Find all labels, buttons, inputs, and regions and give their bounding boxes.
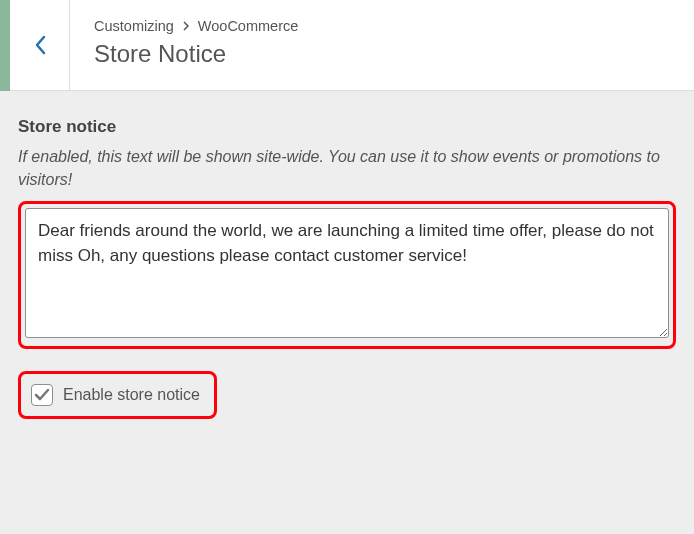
breadcrumb-root: Customizing (94, 18, 174, 34)
textarea-highlight (18, 201, 676, 349)
checkbox-highlight: Enable store notice (18, 371, 217, 419)
header-content: Customizing WooCommerce Store Notice (70, 0, 694, 91)
check-icon (34, 388, 50, 402)
section-description: If enabled, this text will be shown site… (18, 145, 676, 191)
checkbox-box (31, 384, 53, 406)
checkbox-label: Enable store notice (63, 386, 200, 404)
breadcrumb-parent: WooCommerce (198, 18, 298, 34)
panel-body: Store notice If enabled, this text will … (0, 91, 694, 439)
store-notice-textarea[interactable] (25, 208, 669, 338)
back-button[interactable] (10, 0, 70, 91)
chevron-left-icon (33, 34, 47, 56)
accent-stripe (0, 0, 10, 91)
breadcrumb: Customizing WooCommerce (94, 18, 670, 34)
section-label: Store notice (18, 117, 676, 137)
page-title: Store Notice (94, 40, 670, 68)
chevron-right-icon (182, 21, 190, 33)
enable-store-notice-checkbox[interactable]: Enable store notice (31, 384, 200, 406)
